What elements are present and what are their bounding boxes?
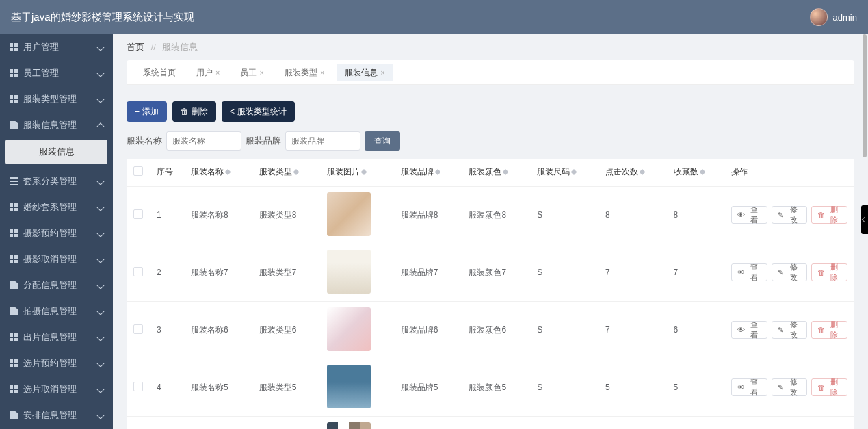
search-button[interactable]: 查询 [365,131,400,151]
sidebar-item[interactable]: 摄影取消管理 [0,246,113,272]
sort-icon[interactable] [640,166,645,178]
col-name[interactable]: 服装名称 [184,159,252,186]
select-all-checkbox[interactable] [133,166,143,176]
delete-row-button[interactable]: 🗑删除 [811,321,847,339]
breadcrumb-home[interactable]: 首页 [127,42,144,52]
costume-thumbnail[interactable] [327,307,371,351]
sidebar-item[interactable]: 分配信息管理 [0,272,113,298]
sidebar-item[interactable]: 出片信息管理 [0,324,113,350]
sidebar-item[interactable]: 套系分类管理 [0,168,113,194]
sort-icon[interactable] [361,166,367,178]
delete-row-button[interactable]: 🗑删除 [811,263,847,281]
view-button[interactable]: 👁查看 [731,263,767,281]
sidebar-item-label: 套系分类管理 [23,175,77,187]
view-button[interactable]: 👁查看 [731,206,767,224]
close-icon[interactable]: × [380,64,384,81]
cell-seq: 5 [150,416,184,429]
sort-icon[interactable] [571,166,577,178]
add-button[interactable]: +添加 [127,101,167,122]
cell-size: S [530,416,599,429]
delete-button[interactable]: 🗑删除 [172,101,216,122]
sort-icon[interactable] [503,166,508,178]
cell-size: S [530,244,599,301]
app-header: 基于java的婚纱影楼管理系统设计与实现 admin [0,0,868,34]
sidebar-item[interactable]: 摄影预约管理 [0,220,113,246]
chevron-down-icon [96,333,104,341]
row-checkbox[interactable] [133,382,143,391]
tab[interactable]: 服装信息× [337,64,393,81]
col-size[interactable]: 服装尺码 [530,159,599,186]
cell-color: 服装颜色7 [462,244,530,301]
chevron-down-icon [96,69,104,77]
tab-label: 员工 [240,64,257,81]
sort-icon[interactable] [700,166,705,178]
row-checkbox[interactable] [133,209,143,219]
filter-name-label: 服装名称 [127,135,162,147]
sidebar-subitem[interactable]: 服装信息 [5,140,107,164]
sort-icon[interactable] [225,166,231,178]
tab[interactable]: 用户× [188,64,228,81]
tab[interactable]: 员工× [232,64,272,81]
row-checkbox[interactable] [133,324,143,334]
edit-button[interactable]: ✎修改 [772,378,806,396]
sidebar-item-label: 摄影预约管理 [23,227,77,239]
sort-icon[interactable] [435,166,440,178]
grid-icon [10,255,18,263]
delete-row-button[interactable]: 🗑删除 [811,378,847,396]
costume-thumbnail[interactable] [327,422,371,430]
sidebar-item[interactable]: 服装信息管理 [0,112,113,138]
costume-thumbnail[interactable] [327,365,371,408]
cell-clicks: 7 [599,244,667,301]
sidebar-item[interactable]: 服装类型管理 [0,86,113,112]
sidebar-item-label: 选片取消管理 [23,383,77,395]
col-clicks[interactable]: 点击次数 [599,159,667,186]
tab[interactable]: 系统首页 [135,64,184,81]
sidebar-item[interactable]: 员工管理 [0,60,113,86]
costume-thumbnail[interactable] [327,250,371,294]
close-icon[interactable]: × [259,64,263,81]
cell-type: 服装类型8 [252,186,321,244]
col-seq[interactable]: 序号 [150,159,184,186]
sidebar-item-label: 分配信息管理 [23,279,77,291]
tab-label: 用户 [196,64,213,81]
scrollbar[interactable] [863,34,867,429]
filter-name-input[interactable] [166,131,241,151]
table-row: 1 服装名称8 服装类型8 服装品牌8 服装颜色8 S 8 8 👁查看 ✎修改 … [127,186,854,244]
close-icon[interactable]: × [320,64,324,81]
close-icon[interactable]: × [215,64,220,81]
tab-label: 服装类型 [285,64,317,81]
grid-icon [10,43,18,51]
col-img[interactable]: 服装图片 [320,159,393,186]
view-button[interactable]: 👁查看 [731,321,767,339]
sidebar-item[interactable]: 安排信息管理 [0,402,113,428]
col-brand[interactable]: 服装品牌 [394,159,462,186]
breadcrumb: 首页 // 服装信息 [113,34,868,60]
cell-clicks: 8 [599,186,667,244]
avatar [810,8,828,26]
breadcrumb-current: 服装信息 [162,42,198,52]
sidebar-item[interactable]: 婚纱套系管理 [0,194,113,220]
sidebar-item[interactable]: 选片预约管理 [0,350,113,376]
sidebar-item[interactable]: 选片取消管理 [0,376,113,402]
view-button[interactable]: 👁查看 [731,378,767,396]
costume-thumbnail[interactable] [327,192,371,236]
filter-brand-input[interactable] [285,131,360,151]
edit-button[interactable]: ✎修改 [772,263,806,281]
stat-button[interactable]: <服装类型统计 [222,101,295,122]
col-favs[interactable]: 收藏数 [667,159,724,186]
edit-button[interactable]: ✎修改 [772,206,806,224]
row-checkbox[interactable] [133,267,143,276]
sidebar-item-label: 服装类型管理 [23,93,77,105]
delete-row-button[interactable]: 🗑删除 [811,206,847,224]
edit-button[interactable]: ✎修改 [772,321,806,339]
sidebar-item[interactable]: 用户管理 [0,34,113,60]
sidebar-item-label: 员工管理 [23,67,59,79]
sidebar-item[interactable]: 拍摄信息管理 [0,298,113,324]
tab[interactable]: 服装类型× [276,64,332,81]
col-type[interactable]: 服装类型 [252,159,321,186]
sort-icon[interactable] [293,166,299,178]
cell-type: 服装类型4 [252,416,321,429]
col-color[interactable]: 服装颜色 [462,159,530,186]
user-menu[interactable]: admin [810,8,857,26]
plus-icon: + [135,107,140,116]
